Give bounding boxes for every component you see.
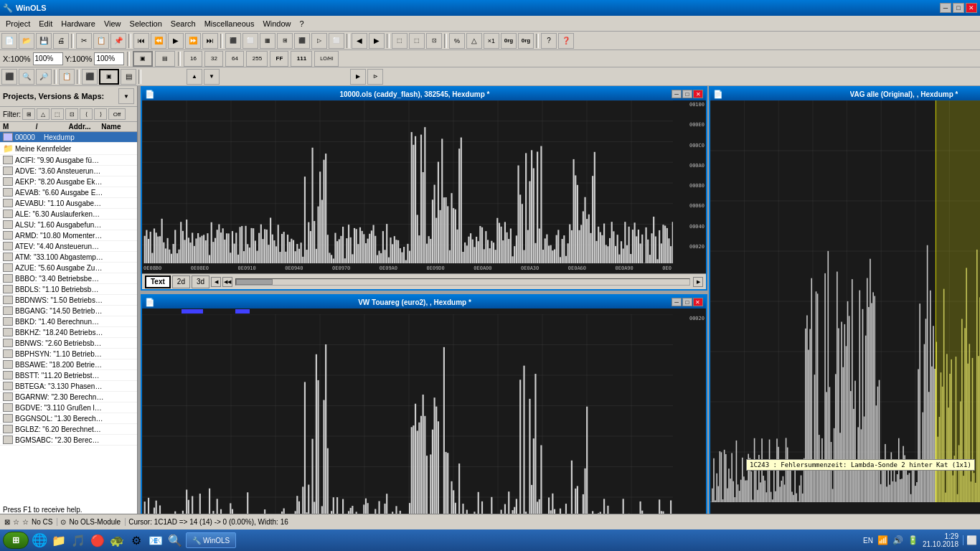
tree-item-azue[interactable]: AZUE: "5.60 Ausgabe Zu… — [0, 263, 137, 273]
title-bar-controls[interactable]: ─ □ ✕ — [940, 3, 977, 13]
taskbar-icon-4[interactable]: 🐢 — [108, 532, 126, 549]
tree-item-adve[interactable]: ADVE: "3.60 Ansteuerun… — [0, 166, 137, 176]
zoom-x-input[interactable] — [33, 52, 63, 65]
tb-rewind-fast[interactable]: ⏮ — [133, 33, 149, 49]
taskbar-icon-folder[interactable]: 📁 — [50, 532, 67, 549]
tree-item-bgarnw[interactable]: BGARNW: "2.30 Berechn… — [0, 392, 137, 402]
tree-item-ale[interactable]: ALE: "6.30 Auslauferken… — [0, 209, 137, 220]
tree-item-bbgang[interactable]: BBGANG: "14.50 Betrieb… — [0, 306, 137, 316]
tree-item-bbkd[interactable]: BBKD: "1.40 Berechnun… — [0, 316, 137, 327]
tree-item-bbdnws[interactable]: BBDNWS: "1.50 Betriebs… — [0, 295, 137, 306]
tb-help[interactable]: ? — [541, 33, 557, 49]
menu-view[interactable]: View — [100, 18, 126, 29]
tree-item-bbnws[interactable]: BBNWS: "2.60 Betriebsb… — [0, 338, 137, 349]
tb-help2[interactable]: ❓ — [558, 33, 574, 49]
tree-item-bbdls[interactable]: BBDLS: "1.10 Betriebsb… — [0, 284, 137, 295]
tree-item-bbstt[interactable]: BBSTT: "11.20 Betriebst… — [0, 370, 137, 381]
tree-folder-kennfelder[interactable]: 📁 Meine Kennfelder — [0, 143, 137, 155]
filter-btn4[interactable]: ⊡ — [65, 108, 78, 120]
zoom-111[interactable]: 111 — [291, 51, 312, 67]
tb-new[interactable]: 📄 — [1, 33, 17, 49]
taskbar-icon-6[interactable]: 📧 — [147, 532, 164, 549]
tree-item-aevab[interactable]: AEVAB: "6.60 Ausgabe E… — [0, 187, 137, 198]
tree-item-atev[interactable]: ATEV: "4.40 Ansteuerun… — [0, 241, 137, 252]
hexdump2-minimize[interactable]: ─ — [672, 298, 682, 306]
tb-btn10[interactable]: ⊡ — [426, 33, 442, 49]
tree-item-armd[interactable]: ARMD: "10.80 Momenter… — [0, 230, 137, 241]
scroll-right-1[interactable]: ▶ — [693, 277, 703, 287]
tb-btn2[interactable]: ⬜ — [242, 33, 258, 49]
tree-item-bbkhz[interactable]: BBKHZ: "18.240 Betriebs… — [0, 327, 137, 338]
tb-paste[interactable]: 📌 — [110, 33, 126, 49]
taskbar-icon-media[interactable]: 🎵 — [70, 532, 87, 549]
taskbar-icon-5[interactable]: ⚙ — [128, 532, 145, 549]
left-panel-dropdown[interactable]: ▼ — [118, 88, 134, 104]
tb-org[interactable]: 0rg — [501, 33, 517, 49]
filter-off[interactable]: Off — [108, 108, 126, 120]
hexdump1-close[interactable]: ✕ — [693, 90, 703, 98]
tree-item-bbbo[interactable]: BBBO: "3.40 Betriebsbe… — [0, 273, 137, 284]
tree-item-alsu[interactable]: ALSU: "1.60 Ausgabefun… — [0, 220, 137, 230]
show-desktop-icon[interactable]: ⬜ — [963, 535, 977, 545]
sec-down[interactable]: ▼ — [204, 69, 220, 85]
tb-btn4[interactable]: ⊞ — [277, 33, 293, 49]
tree-item-atm[interactable]: ATM: "33.100 Abgastemp… — [0, 252, 137, 263]
scroll-thumb-1[interactable] — [236, 279, 273, 285]
tb-org2[interactable]: 0rg — [518, 33, 534, 49]
filter-btn5[interactable]: ⟨ — [80, 108, 93, 120]
tb-btn8[interactable]: ⬚ — [392, 33, 407, 49]
hexdump1-maximize[interactable]: □ — [682, 90, 692, 98]
filter-btn3[interactable]: ⬚ — [51, 108, 64, 120]
sec-btn5[interactable]: ⬛ — [82, 69, 98, 85]
minimize-button[interactable]: ─ — [940, 3, 951, 13]
zoom-255[interactable]: 255 — [246, 51, 268, 67]
tree-item-bgmsabc[interactable]: BGMSABC: "2.30 Berec… — [0, 435, 137, 446]
tb-btn5[interactable]: ⬛ — [294, 33, 310, 49]
zoom-lo-hi[interactable]: LO/HI — [314, 51, 339, 67]
sec-btn2[interactable]: 🔍 — [19, 69, 34, 85]
tree-item-aekp[interactable]: AEKP: "8.20 Ausgabe Ek… — [0, 176, 137, 187]
scroll-left-1[interactable]: ◀ — [211, 277, 221, 287]
hexdump2-close[interactable]: ✕ — [693, 298, 703, 306]
tb-print[interactable]: 🖨 — [53, 33, 69, 49]
taskbar-icon-ie[interactable]: 🌐 — [31, 532, 48, 549]
sec-right2[interactable]: ⊳ — [367, 69, 383, 85]
taskbar-icon-3[interactable]: 🔴 — [89, 532, 106, 549]
hexdump1-minimize[interactable]: ─ — [672, 90, 682, 98]
tree-item-aevabu[interactable]: AEVABU: "1.10 Ausgabe… — [0, 198, 137, 209]
tb-open[interactable]: 📂 — [19, 33, 34, 49]
sec-btn4[interactable]: 📋 — [59, 69, 75, 85]
sec-right1[interactable]: ▶ — [350, 69, 366, 85]
tb-play[interactable]: ▶ — [168, 33, 184, 49]
menu-edit[interactable]: Edit — [34, 18, 57, 29]
tree-item-bgdve[interactable]: BGDVE: "3.110 Grußen l… — [0, 402, 137, 413]
sec-btn7[interactable]: ▤ — [121, 69, 136, 85]
menu-window[interactable]: Window — [258, 18, 295, 29]
maximize-button[interactable]: □ — [953, 3, 964, 13]
tb-forward-fast[interactable]: ⏭ — [202, 33, 218, 49]
tb-x1[interactable]: ×1 — [484, 33, 499, 49]
tb-btn1[interactable]: ⬛ — [225, 33, 241, 49]
tree-item-hexdump[interactable]: 00000 Hexdump — [0, 132, 137, 143]
tree-item-bglbz[interactable]: BGLBZ: "6.20 Berechnet… — [0, 424, 137, 435]
close-button[interactable]: ✕ — [966, 3, 977, 13]
tb-btn3[interactable]: ▦ — [260, 33, 275, 49]
zoom-icon1[interactable]: ▣ — [133, 51, 153, 67]
zoom-ff[interactable]: FF — [270, 51, 288, 67]
tree-item-bggnsol[interactable]: BGGNSOL: "1.30 Berech… — [0, 413, 137, 424]
tab-text-1[interactable]: Text — [145, 276, 171, 288]
tb-left-arrow[interactable]: ◀ — [352, 33, 367, 49]
tree-item-bbtega[interactable]: BBTEGA: "3.130 Phasen… — [0, 381, 137, 392]
menu-miscellaneous[interactable]: Miscellaneous — [200, 18, 259, 29]
zoom-y-input[interactable] — [94, 52, 124, 65]
tree-item-acifi[interactable]: ACIFI: "9.90 Ausgabe fü… — [0, 155, 137, 166]
menu-project[interactable]: Project — [1, 18, 34, 29]
tb-cut[interactable]: ✂ — [76, 33, 92, 49]
hexdump1-controls[interactable]: ─ □ ✕ — [672, 90, 703, 98]
tb-save[interactable]: 💾 — [36, 33, 52, 49]
tb-rewind[interactable]: ⏪ — [151, 33, 166, 49]
filter-btn2[interactable]: △ — [37, 108, 50, 120]
tb-triangle[interactable]: △ — [466, 33, 482, 49]
tb-btn9[interactable]: ⬚ — [409, 33, 425, 49]
hexdump2-controls[interactable]: ─ □ ✕ — [672, 298, 703, 306]
